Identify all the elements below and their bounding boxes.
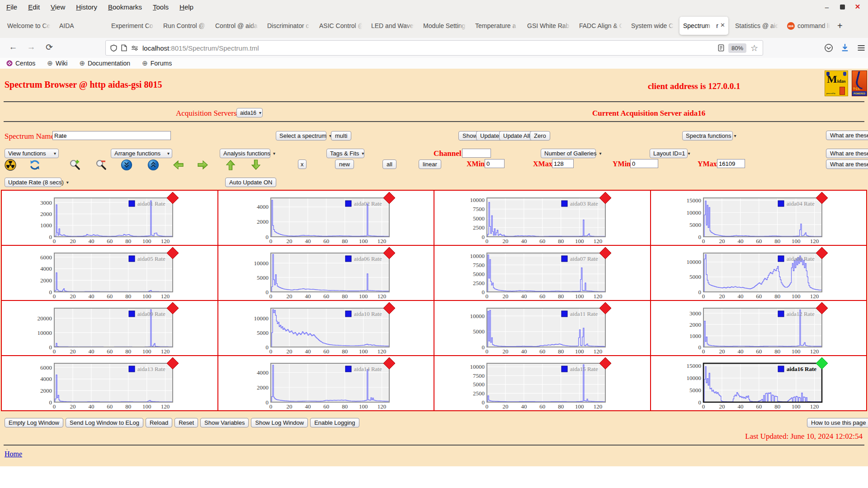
spectrum-panel-aida06[interactable]: 0500010000020406080100120aida06 Rate [218, 246, 434, 300]
auto-update-button[interactable]: Auto Update ON [225, 178, 276, 187]
number-of-galleries-dropdown[interactable]: Number of Galleries▾ [541, 149, 596, 158]
reader-view-icon[interactable] [718, 44, 724, 52]
spectrum-panel-aida12[interactable]: 0100020003000020406080100120aida12 Rate [651, 301, 867, 355]
xmax-input[interactable] [552, 159, 574, 168]
radiation-icon[interactable] [5, 159, 16, 171]
tab-welcome-to-ce[interactable]: Welcome to Ce [4, 17, 52, 35]
zoom-in-icon[interactable] [69, 159, 81, 171]
forward-button[interactable]: → [25, 42, 37, 52]
update-rate-dropdown[interactable]: Update Rate (8 secs)▾ [5, 178, 61, 187]
menu-tools[interactable]: Tools [153, 3, 169, 11]
spectra-functions-dropdown[interactable]: Spectra functions▾ [682, 131, 733, 141]
send-log-window-to-elog-button[interactable]: Send Log Window to ELog [66, 418, 143, 427]
menu-history[interactable]: History [76, 3, 97, 11]
spectrum-panel-aida16[interactable]: 050001000015000020406080100120aida16 Rat… [651, 356, 867, 410]
back-button[interactable]: ← [7, 42, 19, 52]
bookmark-star-icon[interactable]: ☆ [750, 43, 758, 53]
spectrum-panel-aida13[interactable]: 0200040006000020406080100120aida13 Rate [2, 356, 217, 410]
tab-gsi-white-rab[interactable]: GSI White Rab [524, 17, 572, 35]
linear-button[interactable]: linear [419, 160, 441, 169]
close-tab-icon[interactable]: ✕ [719, 22, 725, 28]
reload-button[interactable]: Reload [146, 418, 172, 427]
spectrum-panel-aida05[interactable]: 0200040006000020406080100120aida05 Rate [2, 246, 217, 300]
menu-help[interactable]: Help [179, 3, 193, 11]
arrange-functions-dropdown[interactable]: Arrange functions▾ [111, 149, 172, 158]
multi-button[interactable]: multi [331, 131, 351, 141]
menu-file[interactable]: File [6, 3, 17, 11]
reload-button[interactable]: ⟳ [43, 42, 55, 52]
pocket-icon[interactable] [823, 43, 835, 52]
all-button[interactable]: all [382, 160, 396, 169]
menu-edit[interactable]: Edit [28, 3, 40, 11]
port-switch-icon[interactable] [131, 45, 138, 51]
layout-id-dropdown[interactable]: Layout ID=1▾ [650, 149, 688, 158]
url-bar[interactable]: localhost:8015/Spectrum/Spectrum.tml 80%… [105, 40, 763, 56]
new-tab-button[interactable]: + [837, 21, 843, 31]
how-to-use-button[interactable]: How to use this page [807, 418, 868, 427]
spectrum-panel-aida02[interactable]: 020004000020406080100120aida02 Rate [218, 191, 434, 245]
zoom-out-icon[interactable] [95, 159, 107, 171]
tab-system-wide-c[interactable]: System wide C [627, 17, 676, 35]
what-are-these-button-1[interactable]: What are these? [826, 131, 868, 140]
channel-input[interactable] [462, 149, 491, 158]
spectrum-panel-aida15[interactable]: 025005000750010000020406080100120aida15 … [434, 356, 650, 410]
tab-asic-control[interactable]: ASIC Control @ [316, 17, 364, 35]
tab-temperature-a[interactable]: Temperature a [472, 17, 520, 35]
show-log-window-button[interactable]: Show Log Window [251, 418, 308, 427]
new-button[interactable]: new [335, 160, 354, 169]
ymin-input[interactable] [630, 159, 658, 168]
downloads-icon[interactable] [839, 43, 851, 52]
tab-command-li[interactable]: askcommand li [783, 17, 832, 35]
minimize-button[interactable]: – [823, 3, 831, 11]
bookmark-documentation[interactable]: ⊕Documentation [79, 59, 130, 67]
zoom-level-badge[interactable]: 80% [728, 43, 746, 53]
empty-log-window-button[interactable]: Empty Log Window [5, 418, 63, 427]
acquisition-server-select[interactable]: aida16▾ [236, 108, 263, 117]
tab-led-and-wavef[interactable]: LED and Wavef [368, 17, 416, 35]
ymax-input[interactable] [717, 159, 745, 168]
bookmark-centos[interactable]: Centos [6, 60, 35, 67]
view-functions-dropdown[interactable]: View functions▾ [5, 149, 59, 158]
arrow-down-icon[interactable] [250, 159, 262, 171]
scroll-down-icon[interactable] [121, 159, 132, 171]
select-spectrum-dropdown[interactable]: Select a spectrum▾ [276, 131, 326, 141]
refresh-icon[interactable] [29, 159, 41, 171]
tab-control-aida[interactable]: Control @ aida [212, 17, 260, 35]
arrow-right-icon[interactable] [197, 159, 209, 171]
tab-discriminator-c[interactable]: Discriminator c [264, 17, 312, 35]
arrow-up-icon[interactable] [225, 159, 236, 171]
tab-experiment-co[interactable]: Experiment Co [108, 17, 156, 35]
tab-fadc-align-c[interactable]: FADC Align & C [576, 17, 624, 35]
close-window-button[interactable]: ✕ [854, 3, 862, 11]
what-are-these-button-3[interactable]: What are these? [826, 160, 868, 169]
spectrum-name-input[interactable] [52, 131, 171, 140]
spectrum-panel-aida10[interactable]: 0500010000020406080100120aida10 Rate [218, 301, 434, 355]
spectrum-panel-aida04[interactable]: 050001000015000020406080100120aida04 Rat… [651, 191, 867, 245]
spectrum-panel-aida09[interactable]: 01000020000020406080100120aida09 Rate [2, 301, 217, 355]
x-button[interactable]: x [298, 160, 307, 169]
tags-fits-dropdown[interactable]: Tags & Fits▾ [326, 149, 364, 158]
spectrum-panel-aida14[interactable]: 020004000020406080100120aida14 Rate [218, 356, 434, 410]
bookmark-wiki[interactable]: ⊕Wiki [47, 59, 67, 67]
spectrum-panel-aida01[interactable]: 0100020003000020406080100120aida01 Rate [2, 191, 217, 245]
page-icon[interactable] [121, 44, 127, 52]
scroll-up-icon[interactable] [147, 159, 159, 171]
shield-icon[interactable] [110, 44, 117, 52]
xmin-input[interactable] [485, 159, 505, 168]
spectrum-panel-aida03[interactable]: 025005000750010000020406080100120aida03 … [434, 191, 650, 245]
menu-bookmarks[interactable]: Bookmarks [108, 3, 142, 11]
tab-module-setting[interactable]: Module Setting [420, 17, 468, 35]
home-link[interactable]: Home [5, 450, 22, 458]
tab-statistics-aid[interactable]: Statistics @ aid [731, 17, 780, 35]
arrow-left-icon[interactable] [172, 159, 184, 171]
tab-spectrum-br[interactable]: Spectrum Br✕ [679, 17, 728, 35]
menu-view[interactable]: View [51, 3, 65, 11]
update-all-button[interactable]: Update All [499, 131, 534, 141]
spectrum-panel-aida07[interactable]: 025005000750010000020406080100120aida07 … [434, 246, 650, 300]
analysis-functions-dropdown[interactable]: Analysis functions▾ [220, 149, 270, 158]
zero-button[interactable]: Zero [530, 131, 550, 141]
tab-aida[interactable]: AIDA [56, 17, 104, 35]
url-text[interactable]: localhost:8015/Spectrum/Spectrum.tml [142, 44, 714, 52]
reset-button[interactable]: Reset [175, 418, 198, 427]
enable-logging-button[interactable]: Enable Logging [310, 418, 359, 427]
